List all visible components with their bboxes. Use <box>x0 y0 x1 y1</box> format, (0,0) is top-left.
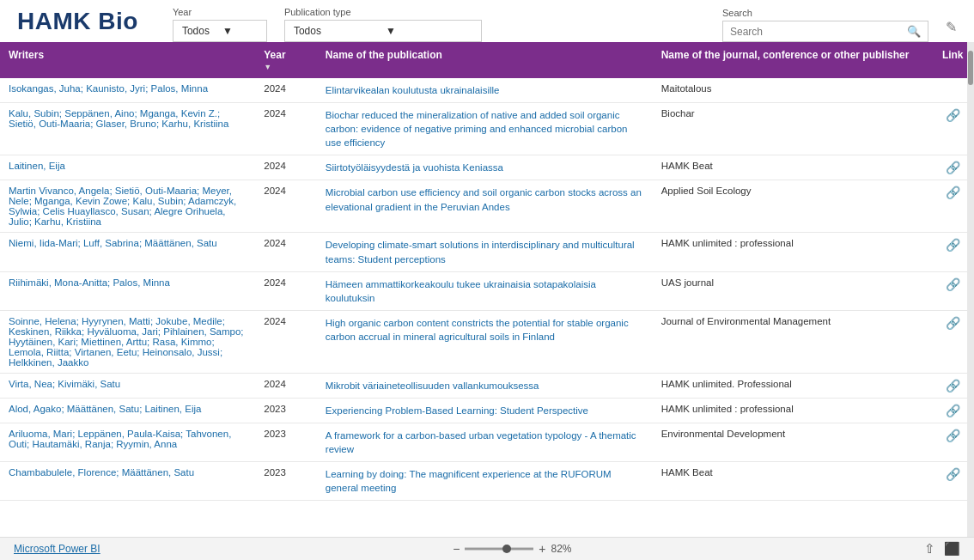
pubtype-filter-label: Publication type <box>284 7 482 17</box>
journal-cell: Journal of Environmental Management <box>653 310 932 373</box>
pencil-icon[interactable]: ✎ <box>946 19 957 42</box>
external-link-icon[interactable]: 🔗 <box>946 161 960 174</box>
search-input-wrap: 🔍 <box>722 21 928 42</box>
year-cell: 2024 <box>255 310 317 373</box>
external-link-icon[interactable]: 🔗 <box>946 467 960 481</box>
col-journal: Name of the journal, conference or other… <box>653 42 932 78</box>
pubtype-filter-value: Todos <box>294 25 380 37</box>
table-row: Kalu, Subin; Seppänen, Aino; Mganga, Kev… <box>0 103 974 155</box>
publication-cell[interactable]: Developing climate-smart solutions in in… <box>317 233 653 271</box>
external-link-icon[interactable]: 🔗 <box>946 108 960 122</box>
journal-cell: Environmental Development <box>653 423 932 462</box>
year-chevron-icon: ▼ <box>222 25 258 37</box>
journal-cell: HAMK unlimited : professional <box>653 398 932 423</box>
external-link-icon[interactable]: 🔗 <box>946 277 960 291</box>
zoom-slider-track <box>465 548 533 550</box>
journal-cell: HAMK Beat <box>653 462 932 501</box>
fullscreen-icon[interactable]: ⬛ <box>944 541 960 557</box>
external-link-icon[interactable]: 🔗 <box>946 238 960 252</box>
publication-cell[interactable]: Microbial carbon use efficiency and soil… <box>317 180 653 233</box>
year-cell: 2024 <box>255 233 317 271</box>
powerbi-link[interactable]: Microsoft Power BI <box>14 543 100 555</box>
year-cell: 2023 <box>255 398 317 423</box>
journal-cell: HAMK Beat <box>653 155 932 180</box>
external-link-icon[interactable]: 🔗 <box>946 429 960 442</box>
zoom-in-button[interactable]: + <box>539 542 545 556</box>
table-row: Ariluoma, Mari; Leppänen, Paula-Kaisa; T… <box>0 423 974 462</box>
year-cell: 2024 <box>255 103 317 155</box>
search-input[interactable] <box>730 26 902 38</box>
pubtype-filter-group: Publication type Todos ▼ <box>284 7 482 42</box>
table-scroll-wrap: Writers Year ▼ Name of the publication N… <box>0 42 974 537</box>
year-filter-value: Todos <box>182 25 217 37</box>
journal-cell: HAMK unlimited : professional <box>653 233 932 271</box>
year-filter-group: Year Todos ▼ <box>173 7 267 42</box>
pubtype-filter-select[interactable]: Todos ▼ <box>284 20 482 42</box>
share-icon[interactable]: ⇧ <box>924 541 935 557</box>
journal-cell: Applied Soil Ecology <box>653 180 932 233</box>
writers-cell[interactable]: Laitinen, Eija <box>0 155 255 180</box>
journal-cell: UAS journal <box>653 271 932 310</box>
table-row: Riihimäki, Mona-Anitta; Palos, Minna2024… <box>0 271 974 310</box>
table-row: Soinne, Helena; Hyyrynen, Matti; Jokube,… <box>0 310 974 373</box>
table-row: Alod, Agako; Määttänen, Satu; Laitinen, … <box>0 398 974 423</box>
journal-cell: Biochar <box>653 103 932 155</box>
bottom-bar: Microsoft Power BI − + 82% ⇧ ⬛ <box>0 537 974 560</box>
writers-cell[interactable]: Martin Vivanco, Angela; Sietiö, Outi-Maa… <box>0 180 255 233</box>
publication-cell[interactable]: Mikrobit väriaineteollisuuden vallankumo… <box>317 373 653 398</box>
year-filter-label: Year <box>173 7 267 17</box>
year-cell: 2024 <box>255 155 317 180</box>
table-row: Isokangas, Juha; Kaunisto, Jyri; Palos, … <box>0 78 974 103</box>
writers-cell[interactable]: Virta, Nea; Kivimäki, Satu <box>0 373 255 398</box>
scrollbar-track[interactable] <box>967 42 974 537</box>
search-label: Search <box>722 8 928 18</box>
year-cell: 2024 <box>255 78 317 103</box>
zoom-out-button[interactable]: − <box>453 542 460 556</box>
pubtype-chevron-icon: ▼ <box>386 25 472 37</box>
external-link-icon[interactable]: 🔗 <box>946 186 960 199</box>
zoom-percent: 82% <box>551 543 572 555</box>
year-cell: 2023 <box>255 462 317 501</box>
writers-cell[interactable]: Niemi, Iida-Mari; Luff, Sabrina; Määttän… <box>0 233 255 271</box>
publication-cell[interactable]: Hämeen ammattikorkeakoulu tukee ukrainai… <box>317 271 653 310</box>
table-container: Writers Year ▼ Name of the publication N… <box>0 42 974 537</box>
publication-cell[interactable]: High organic carbon content constricts t… <box>317 310 653 373</box>
table-header-row: Writers Year ▼ Name of the publication N… <box>0 42 974 78</box>
zoom-slider-thumb[interactable] <box>502 545 511 553</box>
year-filter-select[interactable]: Todos ▼ <box>173 20 267 42</box>
publication-cell[interactable]: Learning by doing: The magnificent exper… <box>317 462 653 501</box>
col-publication: Name of the publication <box>317 42 653 78</box>
bottom-icons: ⇧ ⬛ <box>924 541 960 557</box>
col-year[interactable]: Year ▼ <box>255 42 317 78</box>
external-link-icon[interactable]: 🔗 <box>946 404 960 417</box>
table-row: Martin Vivanco, Angela; Sietiö, Outi-Maa… <box>0 180 974 233</box>
col-writers: Writers <box>0 42 255 78</box>
year-cell: 2024 <box>255 180 317 233</box>
table-row: Laitinen, Eija2024Siirtotyöläisyydestä j… <box>0 155 974 180</box>
year-cell: 2023 <box>255 423 317 462</box>
year-sort-icon: ▼ <box>264 63 308 71</box>
publication-cell[interactable]: Experiencing Problem-Based Learning: Stu… <box>317 398 653 423</box>
search-group: Search 🔍 <box>722 8 928 42</box>
writers-cell[interactable]: Alod, Agako; Määttänen, Satu; Laitinen, … <box>0 398 255 423</box>
publication-cell[interactable]: A framework for a carbon-based urban veg… <box>317 423 653 462</box>
writers-cell[interactable]: Riihimäki, Mona-Anitta; Palos, Minna <box>0 271 255 310</box>
writers-cell[interactable]: Isokangas, Juha; Kaunisto, Jyri; Palos, … <box>0 78 255 103</box>
external-link-icon[interactable]: 🔗 <box>946 379 960 393</box>
writers-cell[interactable]: Kalu, Subin; Seppänen, Aino; Mganga, Kev… <box>0 103 255 155</box>
external-link-icon[interactable]: 🔗 <box>946 316 960 330</box>
scrollbar-thumb[interactable] <box>968 51 973 85</box>
search-icon: 🔍 <box>907 25 921 38</box>
table-row: Virta, Nea; Kivimäki, Satu2024Mikrobit v… <box>0 373 974 398</box>
zoom-slider[interactable] <box>465 547 533 551</box>
journal-cell: Maitotalous <box>653 78 932 103</box>
table-row: Chambabulele, Florence; Määttänen, Satu2… <box>0 462 974 501</box>
year-cell: 2024 <box>255 373 317 398</box>
writers-cell[interactable]: Ariluoma, Mari; Leppänen, Paula-Kaisa; T… <box>0 423 255 462</box>
publication-cell[interactable]: Biochar reduced the mineralization of na… <box>317 103 653 155</box>
writers-cell[interactable]: Chambabulele, Florence; Määttänen, Satu <box>0 462 255 501</box>
publications-table: Writers Year ▼ Name of the publication N… <box>0 42 974 501</box>
writers-cell[interactable]: Soinne, Helena; Hyyrynen, Matti; Jokube,… <box>0 310 255 373</box>
publication-cell[interactable]: Elintarvikealan koulutusta ukrainalaisil… <box>317 78 653 103</box>
publication-cell[interactable]: Siirtotyöläisyydestä ja vuohista Keniass… <box>317 155 653 180</box>
